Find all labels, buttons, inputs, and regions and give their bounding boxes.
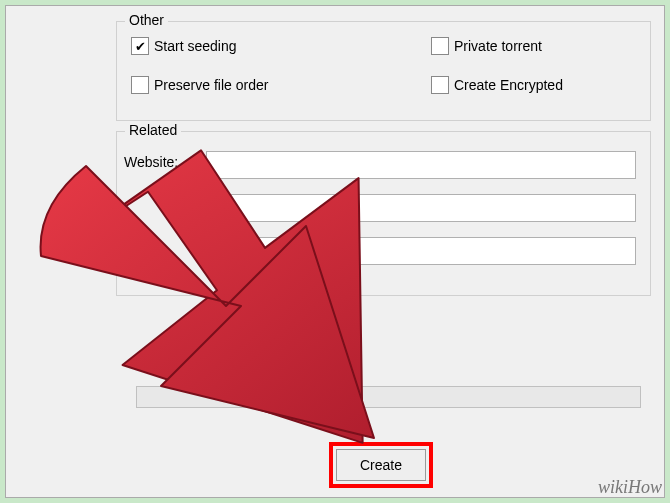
checkbox-preserve-file-order[interactable]: Preserve file order	[131, 76, 268, 94]
checkbox-icon	[131, 76, 149, 94]
checkbox-icon	[431, 76, 449, 94]
checkbox-label: Start seeding	[154, 38, 237, 54]
website-input[interactable]	[206, 151, 636, 179]
fieldset-other: Other	[116, 21, 651, 121]
legend-other: Other	[125, 12, 168, 28]
related-input-2[interactable]	[206, 194, 636, 222]
related-input-3[interactable]	[206, 237, 636, 265]
checkbox-icon	[431, 37, 449, 55]
checkbox-start-seeding[interactable]: Start seeding	[131, 37, 237, 55]
checkbox-label: Preserve file order	[154, 77, 268, 93]
checkbox-private-torrent[interactable]: Private torrent	[431, 37, 542, 55]
dialog-window: Other Start seeding Private torrent Pres…	[5, 5, 665, 498]
watermark: wikiHow	[598, 477, 662, 498]
checkbox-label: Private torrent	[454, 38, 542, 54]
checkbox-label: Create Encrypted	[454, 77, 563, 93]
legend-related: Related	[125, 122, 181, 138]
checkbox-create-encrypted[interactable]: Create Encrypted	[431, 76, 563, 94]
progress-bar	[136, 386, 641, 408]
create-button[interactable]: Create	[336, 449, 426, 481]
checkbox-icon	[131, 37, 149, 55]
website-label: Website:	[124, 154, 178, 170]
